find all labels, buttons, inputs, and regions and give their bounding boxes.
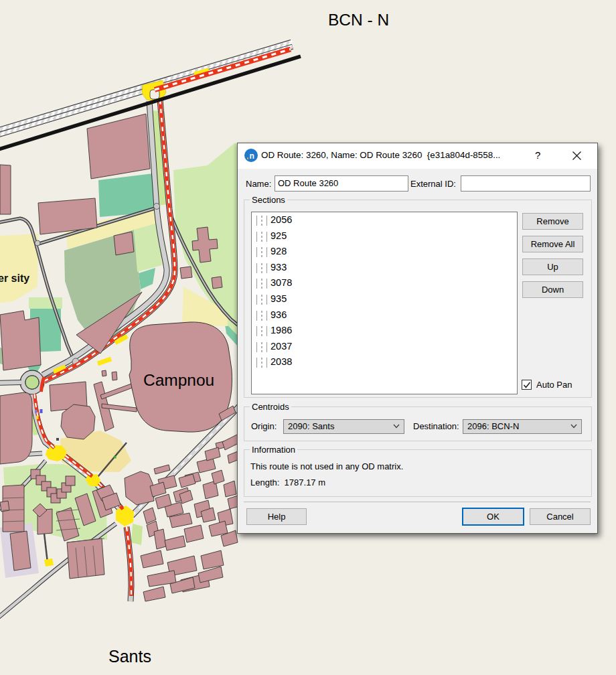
svg-text:Sants: Sants <box>108 647 151 666</box>
svg-text:Campnou: Campnou <box>143 371 214 389</box>
svg-text:BCN - N: BCN - N <box>328 11 389 29</box>
svg-text:er sity: er sity <box>0 273 29 284</box>
